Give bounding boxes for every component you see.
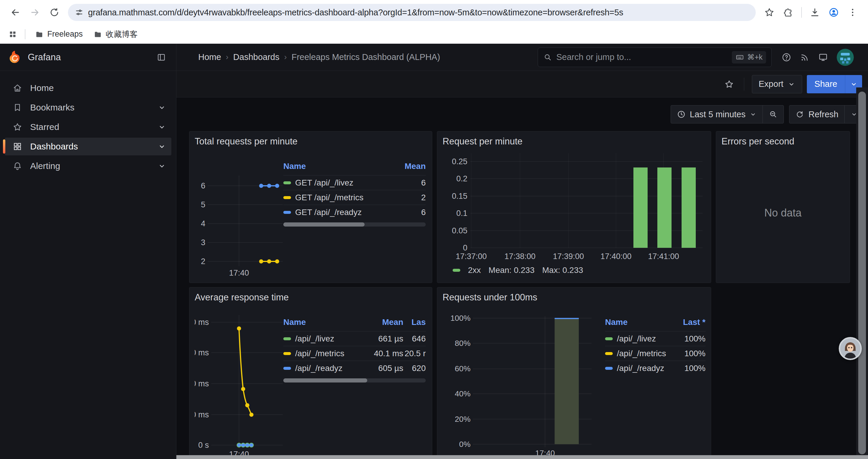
user-avatar[interactable] (837, 49, 854, 66)
legend-value: 100% (673, 331, 706, 346)
screen: grafana.mathmast.com/d/deytv4rwavabkb/fr… (0, 0, 868, 459)
panel-title: Average response time (195, 292, 427, 303)
downloads-icon[interactable] (807, 4, 823, 21)
legend-row[interactable]: /api/_/livez (605, 331, 673, 346)
breadcrumb-separator: › (226, 53, 228, 62)
panel-errors-per-second[interactable]: Errors per second No data (716, 131, 850, 283)
svg-text:0 s: 0 s (198, 441, 209, 450)
url-bar[interactable]: grafana.mathmast.com/d/deytv4rwavabkb/fr… (68, 4, 756, 21)
time-range-label: Last 5 minutes (690, 109, 746, 119)
sidebar-item-starred[interactable]: Starred (5, 118, 172, 136)
share-button[interactable]: Share (807, 75, 845, 93)
series-swatch-blue (283, 211, 291, 214)
help-icon[interactable] (779, 50, 794, 64)
legend-row[interactable]: /api/_/metrics (283, 346, 359, 361)
folder-icon (93, 30, 102, 39)
request-per-minute-chart: 0.25 0.2 0.15 0.1 0.05 0 (442, 147, 706, 263)
time-range-button[interactable]: Last 5 minutes (671, 105, 763, 123)
page-vscrollbar[interactable] (856, 88, 868, 459)
svg-text:60%: 60% (455, 364, 470, 373)
panel-total-requests-per-minute[interactable]: Total requests per minute 6 (189, 131, 432, 283)
panel-requests-under-100ms[interactable]: Requests under 100ms 100% (437, 287, 711, 459)
dashboard-canvas: Total requests per minute 6 (176, 124, 868, 459)
legend-row[interactable]: /api/_/readyz (283, 361, 359, 375)
forward-icon[interactable] (27, 4, 43, 21)
profile-icon[interactable] (826, 4, 842, 21)
svg-text:17:41:00: 17:41:00 (648, 252, 679, 261)
series-swatch-green (605, 337, 613, 340)
chevron-down-icon (158, 103, 166, 112)
time-controls: Last 5 minutes Refresh (176, 97, 868, 124)
legend-row[interactable]: GET /api/_/metrics (283, 190, 399, 205)
bookmark-folder-blogs[interactable]: 收藏博客 (89, 27, 142, 42)
dock-sidebar-icon[interactable] (154, 50, 168, 64)
sidebar-item-alerting[interactable]: Alerting (5, 157, 172, 175)
reload-icon[interactable] (46, 4, 63, 21)
bookmark-folder-freeleaps[interactable]: Freeleaps (31, 27, 87, 42)
export-button[interactable]: Export (752, 75, 802, 93)
panel-title: Request per minute (442, 136, 706, 147)
legend-row[interactable]: /api/_/metrics (605, 346, 673, 361)
legend-value: 620 (403, 361, 426, 375)
legend-col-name[interactable]: Name (283, 318, 359, 331)
legend-col-name[interactable]: Name (283, 162, 399, 175)
panel-average-response-time[interactable]: Average response time 80 ms (189, 287, 432, 459)
sidebar-header: Grafana (0, 44, 176, 71)
zoom-out-icon (769, 110, 778, 119)
apps-grid-icon[interactable] (6, 28, 20, 41)
legend-row[interactable]: /api/_/readyz (605, 361, 673, 375)
sidebar-item-home[interactable]: Home (5, 79, 172, 97)
breadcrumb-dashboards[interactable]: Dashboards (233, 52, 279, 62)
bottom-scrollbar-strip[interactable] (176, 455, 868, 459)
extensions-icon[interactable] (780, 4, 797, 21)
legend-row[interactable]: /api/_/livez (283, 331, 359, 346)
search-input[interactable]: Search or jump to... ⌘+k (538, 47, 772, 67)
refresh-button[interactable]: Refresh (789, 105, 844, 123)
search-shortcut: ⌘+k (732, 51, 766, 64)
sidebar-item-label: Home (30, 83, 166, 93)
brand-name: Grafana (28, 52, 61, 63)
chevron-down-icon (158, 142, 166, 151)
chart-legend: 2xx Mean: 0.233 Max: 0.233 (442, 263, 706, 275)
legend-table: Name Last * /api/_/livez 100% /api/_/met… (605, 318, 706, 459)
chevron-down-icon (158, 162, 166, 170)
legend-col-last[interactable]: Last * (673, 318, 706, 331)
legend-hscrollbar[interactable] (283, 222, 426, 227)
sidebar-nav: Home Bookmarks Starred Dashboards (0, 71, 176, 175)
site-settings-icon (74, 8, 84, 17)
legend-col-mean[interactable]: Mean (359, 318, 403, 331)
svg-text:17:39:00: 17:39:00 (553, 252, 584, 261)
search-placeholder: Search or jump to... (556, 52, 728, 62)
favorite-star-icon[interactable] (722, 77, 736, 91)
zoom-out-button[interactable] (763, 105, 783, 123)
monitor-icon[interactable] (816, 50, 830, 64)
menu-kebab-icon[interactable] (844, 4, 861, 21)
browser-toolbar: grafana.mathmast.com/d/deytv4rwavabkb/fr… (0, 0, 868, 25)
legend-col-last[interactable]: Las (403, 318, 426, 331)
sidebar-item-bookmarks[interactable]: Bookmarks (5, 99, 172, 117)
back-icon[interactable] (7, 4, 24, 21)
bookmark-star-icon[interactable] (761, 4, 778, 21)
breadcrumb-home[interactable]: Home (198, 52, 221, 62)
legend-col-mean[interactable]: Mean (399, 162, 426, 175)
requests-under-100ms-chart: 100% 80% 60% 40% 20% 0% 17:40 (442, 303, 600, 459)
svg-text:0.05: 0.05 (452, 226, 467, 235)
legend-row[interactable]: GET /api/_/livez (283, 175, 399, 190)
grafana-app: Grafana Home Bookmarks Starre (0, 44, 868, 459)
share-label: Share (814, 79, 837, 89)
svg-text:17:40: 17:40 (229, 268, 249, 277)
chevron-down-icon (158, 123, 166, 131)
legend-value: 661 µs (359, 331, 403, 346)
series-name[interactable]: 2xx (468, 266, 481, 275)
refresh-group: Refresh (789, 105, 864, 124)
sidebar-item-dashboards[interactable]: Dashboards (5, 138, 172, 155)
legend-value: 6 (399, 205, 426, 220)
assistant-avatar[interactable] (839, 337, 862, 360)
sidebar-item-label: Bookmarks (30, 102, 150, 112)
legend-row[interactable]: GET /api/_/readyz (283, 205, 399, 220)
legend-hscrollbar[interactable] (283, 379, 426, 383)
news-feed-icon[interactable] (798, 50, 812, 64)
panel-request-per-minute[interactable]: Request per minute (437, 131, 711, 283)
legend-table: Name Mean GET /api/_/livez 6 GET /api/_/… (283, 162, 426, 278)
legend-col-name[interactable]: Name (605, 318, 673, 331)
